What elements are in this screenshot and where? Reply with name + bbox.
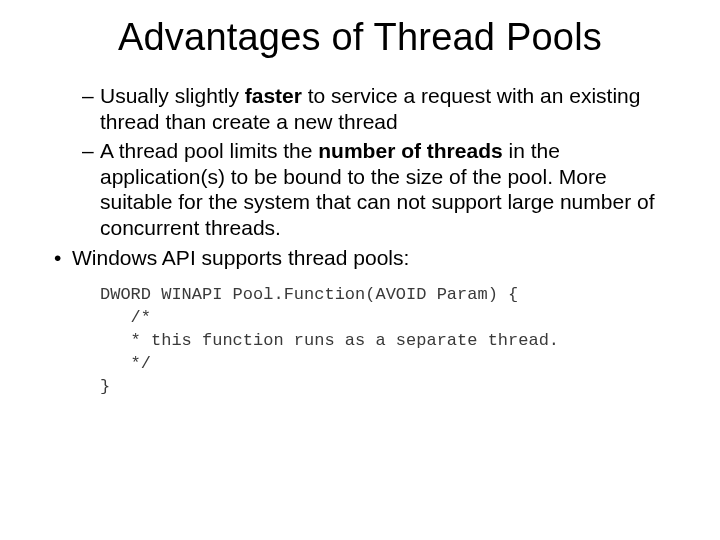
list-item: Usually slightly faster to service a req… [82,83,680,134]
list-item: Windows API supports thread pools: [54,245,680,271]
main-bullet-list: Windows API supports thread pools: [54,245,680,271]
text-run: A thread pool limits the [100,139,318,162]
text-run-bold: number of threads [318,139,502,162]
code-line: */ [100,354,151,373]
code-line: } [100,377,110,396]
code-line: DWORD WINAPI Pool.Function(AVOID Param) … [100,285,518,304]
text-run: Usually slightly [100,84,245,107]
text-run-bold: faster [245,84,302,107]
code-snippet: DWORD WINAPI Pool.Function(AVOID Param) … [100,284,680,399]
list-item: A thread pool limits the number of threa… [82,138,680,240]
slide-title: Advantages of Thread Pools [40,16,680,59]
code-line: /* [100,308,151,327]
sub-bullet-list: Usually slightly faster to service a req… [82,83,680,241]
slide: Advantages of Thread Pools Usually sligh… [0,0,720,540]
code-line: * this function runs as a separate threa… [100,331,559,350]
